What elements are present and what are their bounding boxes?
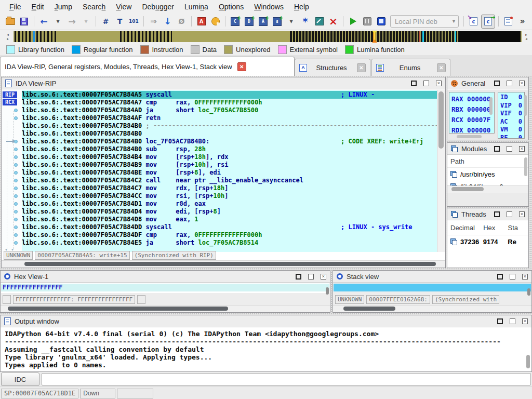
menu-view[interactable]: View (111, 1, 137, 12)
tab-enums[interactable]: Enums✕ (371, 59, 450, 76)
restore-button[interactable] (507, 211, 512, 217)
asm-line[interactable]: libc.so.6:.text:00007F05AC7B84B9 mov [rs… (22, 161, 437, 169)
asm-line[interactable]: libc.so.6:.text:00007F05AC7B84C2 call ne… (22, 177, 437, 184)
maximize-button[interactable] (494, 81, 500, 86)
hex-current-row[interactable]: FFFFFFFFFFFFFFFF (1, 284, 329, 291)
asm-line[interactable]: libc.so.6:.text:00007F05AC7B84B0 sub rsp… (22, 145, 437, 153)
register-vscroll[interactable] (489, 97, 493, 115)
modules-vscroll[interactable] (524, 157, 527, 176)
output-vscroll[interactable] (526, 355, 530, 368)
flag-list[interactable]: ID0VIP0VIF0AC0VM0RF0 (498, 92, 525, 139)
debugger-windows-icon[interactable] (502, 15, 515, 28)
idc-input[interactable] (42, 373, 531, 385)
asm-line[interactable]: libc.so.6:.text:00007F05AC7B84AD ja shor… (22, 107, 437, 114)
maximize-button[interactable] (497, 318, 503, 324)
create-name-icon[interactable]: A (257, 15, 270, 28)
breakpoint-dot[interactable] (14, 187, 18, 190)
stack-vscroll[interactable] (527, 288, 530, 296)
maximize-button[interactable] (494, 211, 500, 217)
breakpoint-dot[interactable] (14, 140, 18, 143)
asm-line[interactable]: libc.so.6:.text:00007F05AC7B84B0 (22, 130, 437, 138)
create-string-icon[interactable]: s (271, 15, 284, 28)
register-hscroll[interactable] (457, 135, 482, 138)
tab-close-icon[interactable]: ✕ (437, 63, 446, 72)
modules-hscrollbar[interactable] (447, 185, 528, 193)
navigator-left-arrows-icon[interactable]: ◂▸ (4, 31, 11, 42)
maximize-button[interactable] (411, 81, 417, 86)
toolbar-overflow-icon[interactable]: » (516, 15, 529, 28)
step-into-icon[interactable]: c↘ (467, 15, 480, 28)
menu-debugger[interactable]: Debugger (137, 1, 179, 12)
breakpoint-dot[interactable] (14, 233, 18, 237)
breakpoint-dot[interactable] (14, 155, 18, 159)
register-rdx[interactable]: RDX 000000 (451, 125, 494, 134)
tab-close-icon[interactable]: ✕ (237, 62, 246, 71)
breakpoint-dot[interactable] (14, 179, 18, 182)
breakpoints-icon[interactable]: A (195, 15, 208, 28)
breakpoint-dot[interactable] (14, 210, 18, 214)
asm-line[interactable]: libc.so.6:.text:00007F05AC7B84D8 mov eax… (22, 216, 437, 223)
navigate-forward-icon[interactable]: → (65, 15, 78, 28)
breakpoint-dot[interactable] (14, 225, 18, 229)
modules-path-header[interactable]: Path (450, 157, 464, 165)
restore-button[interactable] (308, 274, 314, 280)
navigate-back-icon[interactable]: ← (37, 15, 50, 28)
asm-line[interactable]: libc.so.6:.text:00007F05AC7B84CC mov rsi… (22, 192, 437, 200)
register-rcx[interactable]: RCX 00007F (451, 115, 494, 125)
jump-address-icon[interactable]: ↓ (161, 15, 174, 28)
asm-line[interactable]: libc.so.6:.text:00007F05AC7B84DD syscall… (22, 223, 437, 231)
disassembly-listing[interactable]: libc.so.6:.text:00007F05AC7B84A5 syscall… (22, 90, 437, 252)
flag-vscroll[interactable] (524, 95, 527, 116)
watches-icon[interactable] (209, 15, 222, 28)
create-struct-icon[interactable]: * (299, 15, 312, 28)
tab-structures[interactable]: AStructures✕ (295, 59, 370, 76)
stop-process-icon[interactable] (375, 15, 388, 28)
breakpoint-dot[interactable] (14, 194, 18, 198)
asm-line[interactable]: libc.so.6:.text:00007F05AC7B84A5 syscall… (22, 91, 437, 99)
flag-vip[interactable]: VIP0 (500, 102, 522, 110)
threads-header-sta[interactable]: Sta (508, 224, 528, 232)
restore-button[interactable] (507, 146, 512, 152)
close-button[interactable]: × (519, 81, 525, 86)
search-binary-icon[interactable]: 101 (127, 15, 140, 28)
asm-line[interactable]: libc.so.6:.text:00007F05AC7B84BE mov [rs… (22, 169, 437, 177)
hex-hscrollbar[interactable] (1, 305, 330, 312)
breakpoint-dot[interactable] (14, 241, 18, 245)
restore-button[interactable] (510, 274, 515, 280)
menu-jump[interactable]: Jump (49, 1, 77, 12)
close-button[interactable]: × (519, 146, 525, 152)
flag-ac[interactable]: AC0 (500, 118, 522, 126)
back-history-dropdown-icon[interactable]: ▼ (51, 15, 64, 28)
flag-vif[interactable]: VIF0 (500, 110, 522, 118)
asm-line[interactable]: libc.so.6:.text:00007F05AC7B84A7 cmp rax… (22, 99, 437, 107)
asm-line[interactable]: libc.so.6:.text:00007F05AC7B84D4 mov edi… (22, 208, 437, 216)
step-over-icon[interactable]: c→ (481, 15, 495, 29)
forward-history-dropdown-icon[interactable]: ▼ (79, 15, 92, 28)
create-data-icon[interactable]: D (243, 15, 256, 28)
continue-process-icon[interactable] (347, 15, 360, 28)
disassembly-hscrollbar[interactable] (2, 260, 445, 268)
create-dropdown-icon[interactable]: ▼ (285, 15, 298, 28)
stop-trace-icon[interactable]: Ø (175, 15, 188, 28)
restore-button[interactable] (507, 81, 512, 86)
search-text-icon[interactable]: T (113, 15, 126, 28)
jump-operand-icon[interactable]: ⇒ (147, 15, 160, 28)
close-button[interactable]: × (519, 211, 525, 217)
breakpoint-dot[interactable] (14, 116, 18, 120)
stack-hscrollbar[interactable] (333, 305, 531, 312)
create-code-icon[interactable]: C (229, 15, 242, 28)
hscroll-thumb[interactable] (451, 187, 484, 191)
tab-desktop[interactable]: IDA View-RIP, General registers, Modules… (0, 57, 295, 76)
stack-current-row[interactable]: 00007FFEE0162A68 000055F04CD2CD5E sub_55… (334, 284, 531, 291)
asm-line[interactable]: libc.so.6:.text:00007F05AC7B84B4 mov [rs… (22, 153, 437, 161)
asm-line[interactable]: libc.so.6:.text:00007F05AC7B84C7 mov rdx… (22, 184, 437, 192)
tab-close-icon[interactable]: ✕ (357, 63, 366, 72)
threads-header-decimal[interactable]: Decimal (450, 224, 483, 232)
maximize-button[interactable] (296, 274, 301, 280)
idc-button[interactable]: IDC (1, 373, 39, 386)
navigator-right-arrows-icon[interactable]: ▸◂ (523, 31, 530, 42)
asm-line[interactable]: libc.so.6:.text:00007F05AC7B84DF cmp rax… (22, 231, 437, 239)
maximize-button[interactable] (494, 146, 500, 152)
close-button[interactable]: × (522, 318, 528, 324)
search-immediate-icon[interactable]: # (99, 15, 112, 28)
